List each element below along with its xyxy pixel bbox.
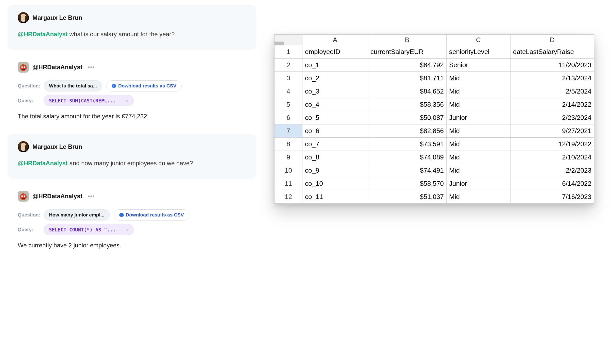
cell[interactable]: 2/10/2024 <box>510 151 594 164</box>
cell[interactable]: $73,591 <box>368 138 447 151</box>
table-row[interactable]: 4co_3$84,652Mid2/5/2024 <box>275 85 594 98</box>
col-header-D[interactable]: D <box>510 35 594 45</box>
table-row[interactable]: 7co_6$82,856Mid9/27/2021 <box>275 124 594 138</box>
cell[interactable]: co_2 <box>302 72 368 85</box>
spreadsheet[interactable]: A B C D 1employeeIDcurrentSalaryEURsenio… <box>274 34 594 204</box>
cell[interactable]: Mid <box>447 72 510 85</box>
cell[interactable]: Mid <box>447 85 510 98</box>
cell[interactable]: Mid <box>447 124 510 138</box>
cell[interactable]: Mid <box>447 151 510 164</box>
mention[interactable]: @HRDataAnalyst <box>18 31 68 38</box>
question-pill[interactable]: How many junior empl... <box>44 209 110 221</box>
download-csv-button[interactable]: Download results as CSV <box>106 80 182 92</box>
cell[interactable]: $81,711 <box>368 72 447 85</box>
col-header-A[interactable]: A <box>302 35 368 45</box>
table-row[interactable]: 2co_1$84,792Senior11/20/2023 <box>275 59 594 72</box>
cell[interactable]: co_6 <box>302 124 368 138</box>
col-header-C[interactable]: C <box>447 35 510 45</box>
cell[interactable]: $84,792 <box>368 59 447 72</box>
row-header[interactable]: 8 <box>275 138 302 151</box>
bot-reply: @HRDataAnalyst ••• Question: How many ju… <box>8 188 256 254</box>
cell[interactable]: 2/23/2024 <box>510 111 594 124</box>
row-header[interactable]: 2 <box>275 59 302 72</box>
cell[interactable]: co_7 <box>302 138 368 151</box>
cell[interactable]: co_11 <box>302 190 368 204</box>
cell[interactable]: co_9 <box>302 164 368 177</box>
question-pill-text: What is the total sa... <box>49 83 97 89</box>
cell[interactable]: $84,652 <box>368 85 447 98</box>
cell[interactable]: Mid <box>447 98 510 111</box>
cell[interactable]: 7/16/2023 <box>510 190 594 204</box>
cell[interactable]: 2/2/2023 <box>510 164 594 177</box>
cell[interactable]: co_10 <box>302 177 368 190</box>
cell[interactable]: 2/5/2024 <box>510 85 594 98</box>
row-header[interactable]: 5 <box>275 98 302 111</box>
cell[interactable]: Senior <box>447 59 510 72</box>
table-row[interactable]: 5co_4$58,356Mid2/14/2022 <box>275 98 594 111</box>
cell[interactable]: $58,570 <box>368 177 447 190</box>
row-header[interactable]: 7 <box>275 124 302 138</box>
more-icon[interactable]: ••• <box>88 64 95 70</box>
bot-avatar <box>18 191 29 202</box>
query-pill[interactable]: SELECT COUNT(*) AS "... › <box>44 224 134 235</box>
cell[interactable]: Junior <box>447 111 510 124</box>
row-header[interactable]: 12 <box>275 190 302 204</box>
cell[interactable]: co_8 <box>302 151 368 164</box>
table-row[interactable]: 1employeeIDcurrentSalaryEURseniorityLeve… <box>275 45 594 59</box>
cell[interactable]: 12/19/2022 <box>510 138 594 151</box>
download-csv-button[interactable]: Download results as CSV <box>114 209 189 221</box>
cell[interactable]: 9/27/2021 <box>510 124 594 138</box>
table-row[interactable]: 8co_7$73,591Mid12/19/2022 <box>275 138 594 151</box>
mention[interactable]: @HRDataAnalyst <box>18 160 68 167</box>
chevron-right-icon: › <box>126 98 128 103</box>
cell[interactable]: co_5 <box>302 111 368 124</box>
cell[interactable]: Junior <box>447 177 510 190</box>
message-text: what is our salary amount for the year? <box>69 31 175 38</box>
cell[interactable]: 11/20/2023 <box>510 59 594 72</box>
query-pill-text: SELECT SUM(CAST(REPL... <box>49 98 116 103</box>
table-row[interactable]: 12co_11$51,037Mid7/16/2023 <box>275 190 594 204</box>
cell[interactable]: seniorityLevel <box>447 45 510 59</box>
cell[interactable]: 2/14/2022 <box>510 98 594 111</box>
cell[interactable]: Mid <box>447 164 510 177</box>
cell[interactable]: $50,087 <box>368 111 447 124</box>
query-pill[interactable]: SELECT SUM(CAST(REPL... › <box>44 95 134 106</box>
sheet-body[interactable]: 1employeeIDcurrentSalaryEURseniorityLeve… <box>275 45 594 204</box>
cell[interactable]: $74,089 <box>368 151 447 164</box>
question-pill[interactable]: What is the total sa... <box>44 80 102 92</box>
select-all-corner[interactable] <box>275 35 302 45</box>
column-headers[interactable]: A B C D <box>275 35 594 45</box>
table-row[interactable]: 9co_8$74,089Mid2/10/2024 <box>275 151 594 164</box>
message-text: and how many junior employees do we have… <box>69 160 193 167</box>
more-icon[interactable]: ••• <box>88 193 95 199</box>
cell[interactable]: dateLastSalaryRaise <box>510 45 594 59</box>
table-row[interactable]: 6co_5$50,087Junior2/23/2024 <box>275 111 594 124</box>
cell[interactable]: 2/13/2024 <box>510 72 594 85</box>
user-message: Margaux Le Brun @HRDataAnalyst what is o… <box>8 5 256 50</box>
row-header[interactable]: 11 <box>275 177 302 190</box>
row-header[interactable]: 1 <box>275 45 302 59</box>
row-header[interactable]: 9 <box>275 151 302 164</box>
table-row[interactable]: 3co_2$81,711Mid2/13/2024 <box>275 72 594 85</box>
row-header[interactable]: 6 <box>275 111 302 124</box>
cell[interactable]: employeeID <box>302 45 368 59</box>
cell[interactable]: Mid <box>447 138 510 151</box>
cell[interactable]: $82,856 <box>368 124 447 138</box>
cell[interactable]: $58,356 <box>368 98 447 111</box>
cell[interactable]: co_3 <box>302 85 368 98</box>
cell[interactable]: currentSalaryEUR <box>368 45 447 59</box>
bot-response-text: We currently have 2 junior employees. <box>18 242 256 249</box>
row-header[interactable]: 10 <box>275 164 302 177</box>
cell[interactable]: $51,037 <box>368 190 447 204</box>
table-row[interactable]: 11co_10$58,570Junior6/14/2022 <box>275 177 594 190</box>
cell[interactable]: co_4 <box>302 98 368 111</box>
query-pill-text: SELECT COUNT(*) AS "... <box>49 227 116 232</box>
table-row[interactable]: 10co_9$74,491Mid2/2/2023 <box>275 164 594 177</box>
col-header-B[interactable]: B <box>368 35 447 45</box>
cell[interactable]: 6/14/2022 <box>510 177 594 190</box>
cell[interactable]: co_1 <box>302 59 368 72</box>
row-header[interactable]: 3 <box>275 72 302 85</box>
cell[interactable]: Mid <box>447 190 510 204</box>
cell[interactable]: $74,491 <box>368 164 447 177</box>
row-header[interactable]: 4 <box>275 85 302 98</box>
